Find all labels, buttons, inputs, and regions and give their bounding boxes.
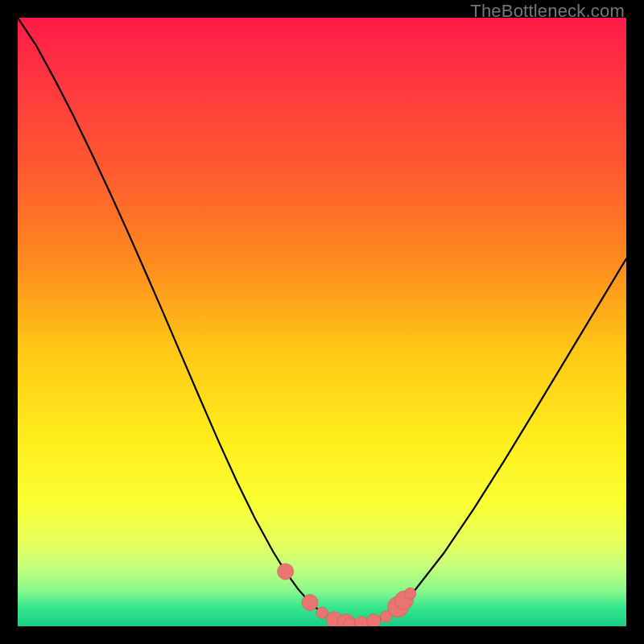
watermark-text: TheBottleneck.com [470, 1, 625, 22]
data-marker [355, 617, 369, 626]
data-marker [302, 594, 318, 610]
plot-area [18, 18, 626, 626]
chart-frame: TheBottleneck.com [0, 0, 644, 644]
data-marker [278, 564, 294, 580]
bottleneck-curve [18, 18, 626, 624]
curve-layer [18, 18, 626, 626]
data-marker [316, 607, 328, 618]
data-marker [404, 588, 415, 599]
data-marker [367, 614, 381, 626]
